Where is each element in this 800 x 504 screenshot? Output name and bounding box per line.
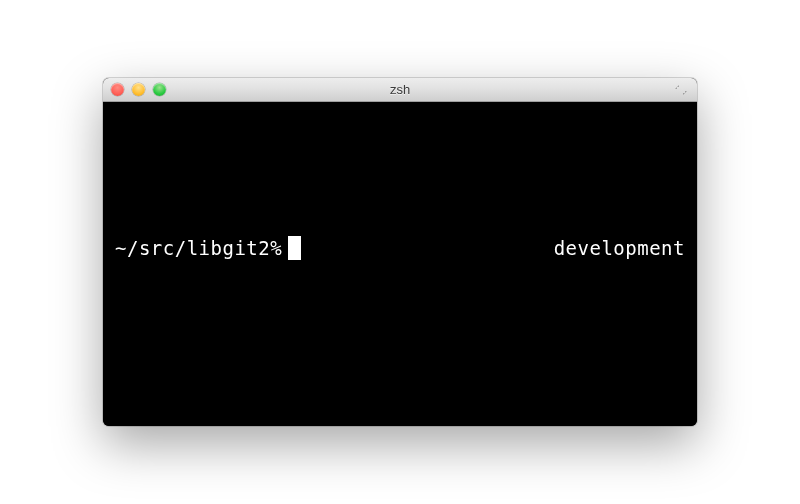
terminal-content[interactable]: ~/src/libgit2% development [103,102,697,426]
window-title: zsh [103,82,697,97]
cursor [288,236,301,260]
terminal-window: zsh ~/src/libgit2% development [103,78,697,426]
minimize-button[interactable] [132,83,145,96]
prompt-path: ~/src/libgit2% [115,237,282,259]
fullscreen-button[interactable] [673,83,689,97]
zoom-button[interactable] [153,83,166,96]
titlebar[interactable]: zsh [103,78,697,102]
traffic-lights [111,83,166,96]
close-button[interactable] [111,83,124,96]
prompt-line: ~/src/libgit2% development [115,236,685,260]
fullscreen-icon [674,84,688,96]
prompt-branch: development [554,237,685,259]
